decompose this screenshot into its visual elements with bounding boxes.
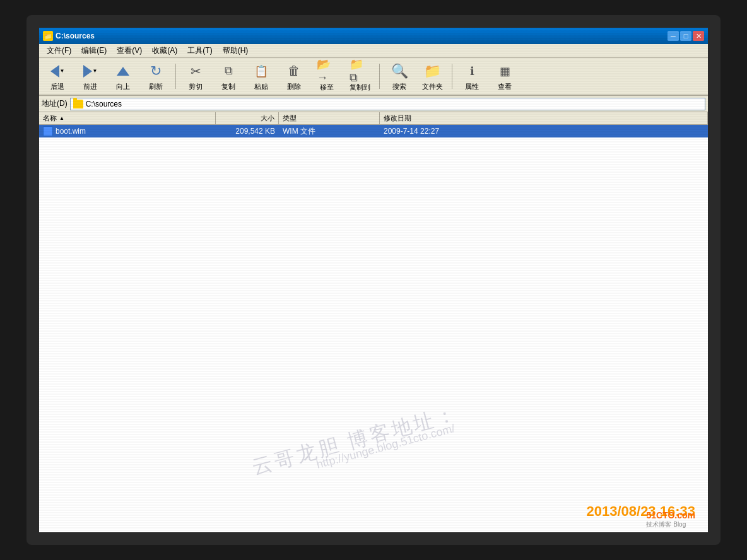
file-name-cell: boot.wim bbox=[39, 126, 216, 136]
view-icon: ▦ bbox=[495, 61, 515, 81]
view-label: 查看 bbox=[498, 82, 512, 91]
back-icon: ▼ bbox=[47, 61, 68, 81]
file-size: 209,542 KB bbox=[235, 127, 275, 136]
minimize-button[interactable]: ─ bbox=[668, 31, 679, 41]
folders-button[interactable]: 📁 文件夹 bbox=[416, 59, 448, 93]
up-label: 向上 bbox=[116, 82, 130, 91]
address-folder-icon bbox=[73, 100, 83, 108]
menu-favorites[interactable]: 收藏(A) bbox=[147, 44, 182, 57]
properties-icon: ℹ bbox=[462, 61, 482, 81]
up-icon bbox=[113, 61, 133, 81]
toolbar-sep-2 bbox=[379, 64, 380, 89]
file-list: boot.wim 209,542 KB WIM 文件 2009-7-14 22:… bbox=[39, 125, 708, 532]
paste-button[interactable]: 📋 粘贴 bbox=[245, 59, 277, 93]
address-bar: 地址(D) C:\sources bbox=[39, 96, 708, 112]
file-size-cell: 209,542 KB bbox=[216, 127, 279, 136]
file-type: WIM 文件 bbox=[283, 126, 315, 137]
toolbar-sep-1 bbox=[175, 64, 176, 89]
forward-button[interactable]: ▼ 前进 bbox=[74, 59, 106, 93]
refresh-button[interactable]: ↻ 刷新 bbox=[140, 59, 172, 93]
delete-button[interactable]: 🗑 删除 bbox=[278, 59, 310, 93]
copyto-button[interactable]: 📁⧉ 复制到 bbox=[344, 59, 375, 93]
title-bar: 📁 C:\sources ─ □ ✕ bbox=[39, 28, 708, 44]
copy-label: 复制 bbox=[221, 82, 235, 91]
copyto-label: 复制到 bbox=[350, 83, 370, 92]
window-icon: 📁 bbox=[43, 31, 53, 41]
delete-icon: 🗑 bbox=[284, 61, 304, 81]
refresh-label: 刷新 bbox=[149, 82, 163, 91]
wim-file-icon bbox=[43, 126, 53, 136]
file-name: boot.wim bbox=[56, 127, 86, 136]
menu-bar: 文件(F) 编辑(E) 查看(V) 收藏(A) 工具(T) 帮助(H) bbox=[39, 44, 708, 58]
properties-button[interactable]: ℹ 属性 bbox=[456, 59, 488, 93]
address-label: 地址(D) bbox=[42, 98, 68, 109]
moveto-label: 移至 bbox=[320, 83, 334, 92]
col-header-type[interactable]: 类型 bbox=[279, 112, 380, 124]
col-header-modified[interactable]: 修改日期 bbox=[380, 112, 708, 124]
menu-tools[interactable]: 工具(T) bbox=[182, 44, 217, 57]
search-icon: 🔍 bbox=[389, 61, 409, 81]
maximize-button[interactable]: □ bbox=[680, 31, 691, 41]
monitor: 📁 C:\sources ─ □ ✕ 文件(F) 编辑(E) 查看(V) 收藏(… bbox=[26, 15, 721, 545]
logo: 51CTO.com 技术博客 Blog bbox=[646, 510, 695, 529]
back-label: 后退 bbox=[50, 82, 64, 91]
cut-label: 剪切 bbox=[189, 82, 203, 91]
paste-label: 粘贴 bbox=[254, 82, 268, 91]
file-type-cell: WIM 文件 bbox=[279, 126, 380, 137]
logo-bottom: 技术博客 Blog bbox=[646, 520, 695, 529]
copy-icon: ⧉ bbox=[218, 61, 238, 81]
explorer-window: 📁 C:\sources ─ □ ✕ 文件(F) 编辑(E) 查看(V) 收藏(… bbox=[39, 28, 708, 532]
col-header-name[interactable]: 名称 ▲ bbox=[39, 112, 216, 124]
logo-top: 51CTO.com bbox=[646, 510, 695, 520]
close-button[interactable]: ✕ bbox=[693, 31, 704, 41]
moveto-icon: 📂→ bbox=[317, 61, 337, 81]
menu-view[interactable]: 查看(V) bbox=[112, 44, 147, 57]
window-title: C:\sources bbox=[56, 32, 668, 40]
file-list-header: 名称 ▲ 大小 类型 修改日期 bbox=[39, 112, 708, 125]
cut-button[interactable]: ✂ 剪切 bbox=[180, 59, 211, 93]
address-input[interactable]: C:\sources bbox=[70, 98, 705, 110]
moveto-button[interactable]: 📂→ 移至 bbox=[311, 59, 343, 93]
menu-file[interactable]: 文件(F) bbox=[42, 44, 76, 57]
forward-label: 前进 bbox=[83, 82, 97, 91]
refresh-icon: ↻ bbox=[146, 61, 166, 81]
search-button[interactable]: 🔍 搜索 bbox=[384, 59, 415, 93]
file-icon bbox=[43, 126, 53, 136]
view-button[interactable]: ▦ 查看 bbox=[489, 59, 521, 93]
file-row[interactable]: boot.wim 209,542 KB WIM 文件 2009-7-14 22:… bbox=[39, 125, 708, 137]
toolbar: ▼ 后退 ▼ 前进 向上 bbox=[39, 58, 708, 96]
content-area: 名称 ▲ 大小 类型 修改日期 bbox=[39, 112, 708, 532]
folders-icon: 📁 bbox=[422, 61, 442, 81]
paste-icon: 📋 bbox=[251, 61, 271, 81]
folders-label: 文件夹 bbox=[422, 82, 443, 91]
title-bar-buttons: ─ □ ✕ bbox=[668, 31, 704, 41]
copy-button[interactable]: ⧉ 复制 bbox=[213, 59, 244, 93]
menu-help[interactable]: 帮助(H) bbox=[218, 44, 254, 57]
screen: 📁 C:\sources ─ □ ✕ 文件(F) 编辑(E) 查看(V) 收藏(… bbox=[39, 28, 708, 532]
file-modified: 2009-7-14 22:27 bbox=[384, 127, 439, 136]
properties-label: 属性 bbox=[465, 82, 479, 91]
copyto-icon: 📁⧉ bbox=[350, 61, 370, 81]
back-button[interactable]: ▼ 后退 bbox=[42, 59, 73, 93]
forward-icon: ▼ bbox=[80, 61, 100, 81]
address-value: C:\sources bbox=[86, 100, 122, 108]
col-header-size[interactable]: 大小 bbox=[216, 112, 279, 124]
up-button[interactable]: 向上 bbox=[107, 59, 139, 93]
search-label: 搜索 bbox=[392, 82, 406, 91]
file-modified-cell: 2009-7-14 22:27 bbox=[380, 127, 708, 136]
delete-label: 删除 bbox=[287, 82, 301, 91]
menu-edit[interactable]: 编辑(E) bbox=[76, 44, 112, 57]
cut-icon: ✂ bbox=[185, 61, 206, 81]
toolbar-sep-3 bbox=[452, 64, 452, 89]
